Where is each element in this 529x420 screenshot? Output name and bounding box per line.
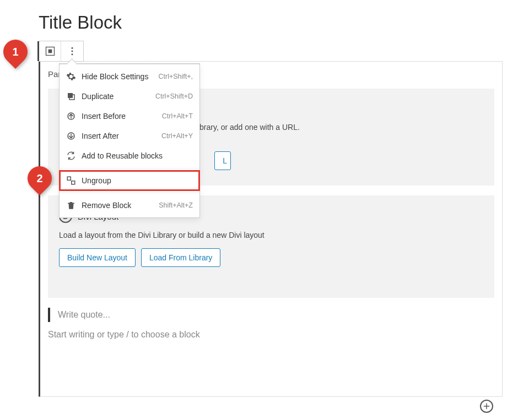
menu-item-ungroup[interactable]: Ungroup: [60, 171, 199, 190]
menu-item-shortcut: Ctrl+Alt+Y: [161, 132, 193, 140]
build-new-layout-button[interactable]: Build New Layout: [59, 248, 136, 267]
menu-item-label: Add to Reusable blocks: [82, 151, 187, 160]
divi-block-description: Load a layout from the Divi Library or b…: [59, 231, 483, 239]
menu-item-label: Remove Block: [82, 201, 153, 210]
svg-point-2: [72, 47, 73, 49]
svg-rect-1: [48, 50, 52, 53]
add-block-button[interactable]: [480, 400, 493, 413]
quote-block[interactable]: Write quote...: [48, 308, 494, 322]
default-block-appender[interactable]: Start writing or type / to choose a bloc…: [48, 330, 494, 340]
menu-item-remove[interactable]: Remove Block Shift+Alt+Z: [60, 195, 199, 215]
block-toolbar: [39, 41, 84, 62]
annotation-marker-1: 1: [0, 35, 33, 69]
url-button[interactable]: L: [214, 151, 231, 170]
menu-item-label: Insert Before: [82, 112, 156, 121]
marker-number: 2: [36, 172, 42, 185]
menu-item-shortcut: Shift+Alt+Z: [159, 201, 193, 209]
svg-point-3: [72, 51, 73, 52]
menu-item-label: Duplicate: [82, 92, 150, 101]
ungroup-icon: [66, 176, 76, 186]
menu-item-label: Insert After: [82, 132, 156, 140]
menu-item-shortcut: Ctrl+Shift+,: [158, 73, 193, 80]
svg-rect-8: [68, 93, 73, 98]
menu-item-label: Hide Block Settings: [82, 72, 153, 81]
menu-item-hide-settings[interactable]: Hide Block Settings Ctrl+Shift+,: [60, 67, 199, 86]
plus-icon: [483, 402, 490, 410]
menu-item-duplicate[interactable]: Duplicate Ctrl+Shift+D: [60, 86, 199, 106]
menu-item-shortcut: Ctrl+Shift+D: [155, 92, 193, 100]
svg-point-4: [72, 53, 73, 55]
svg-rect-12: [72, 181, 75, 184]
insert-before-icon: [66, 111, 76, 121]
more-vertical-icon: [67, 46, 78, 57]
post-title[interactable]: Title Block: [39, 12, 503, 41]
menu-item-label: Ungroup: [82, 176, 187, 185]
marker-number: 1: [12, 46, 18, 58]
menu-item-reusable[interactable]: Add to Reusable blocks: [60, 146, 199, 166]
trash-icon: [66, 200, 76, 210]
insert-after-icon: [66, 131, 76, 141]
menu-section-2: Ungroup: [60, 168, 199, 193]
quote-placeholder-text: Write quote...: [58, 310, 110, 319]
reusable-icon: [66, 151, 76, 161]
block-type-button[interactable]: [39, 41, 61, 61]
block-options-menu: Hide Block Settings Ctrl+Shift+, Duplica…: [59, 63, 200, 218]
load-from-library-button[interactable]: Load From Library: [141, 248, 220, 267]
appender-placeholder-text: Start writing or type / to choose a bloc…: [48, 330, 200, 339]
menu-section-1: Hide Block Settings Ctrl+Shift+, Duplica…: [60, 64, 199, 168]
menu-item-insert-after[interactable]: Insert After Ctrl+Alt+Y: [60, 126, 199, 146]
group-block-icon: [45, 46, 56, 57]
menu-item-shortcut: Ctrl+Alt+T: [162, 112, 193, 120]
svg-rect-11: [67, 177, 71, 180]
copy-icon: [66, 91, 76, 101]
more-options-button[interactable]: [61, 41, 83, 61]
menu-item-insert-before[interactable]: Insert Before Ctrl+Alt+T: [60, 106, 199, 126]
gear-icon: [66, 72, 76, 81]
selection-indicator: [37, 41, 39, 61]
menu-section-3: Remove Block Shift+Alt+Z: [60, 193, 199, 217]
